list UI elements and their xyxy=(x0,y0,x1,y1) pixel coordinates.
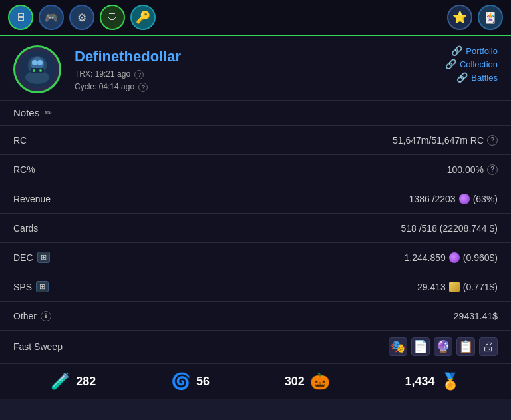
rcpct-row: RC% 100.00% ? xyxy=(0,155,511,184)
rc-value: 51,647m/51,647m RC ? xyxy=(393,135,498,146)
medal-icon: 🏅 xyxy=(440,372,460,391)
dec-label: DEC ⊞ xyxy=(13,252,50,263)
fast-sweep-label: Fast Sweep xyxy=(13,341,63,352)
sps-token-icon xyxy=(449,282,460,292)
portfolio-link-icon: 🔗 xyxy=(451,45,462,56)
svg-point-7 xyxy=(33,69,35,72)
cycle-info-icon[interactable]: ? xyxy=(138,83,148,92)
cards-label: Cards xyxy=(13,223,38,234)
sweep-icon-2[interactable]: 📄 xyxy=(411,337,430,356)
other-info-icon[interactable]: ℹ xyxy=(41,311,51,321)
profile-username: Definethedollar xyxy=(75,48,498,65)
revenue-row: Revenue 1386 /2203 (63%) xyxy=(0,184,511,214)
profile-links: 🔗 Portfolio 🔗 Collection 🔗 Battles xyxy=(445,45,498,83)
battles-link[interactable]: 🔗 Battles xyxy=(456,72,498,83)
revenue-label: Revenue xyxy=(13,194,51,204)
bottom-stats-row: 🧪 282 🌀 56 302 🎃 1,434 🏅 xyxy=(0,363,511,399)
swirl-value: 56 xyxy=(196,375,210,389)
rcpct-label: RC% xyxy=(13,164,35,175)
revenue-gem-icon xyxy=(459,194,470,204)
sps-label: SPS ⊞ xyxy=(13,281,49,292)
other-value: 29431.41$ xyxy=(454,311,498,321)
other-row: Other ℹ 29431.41$ xyxy=(0,302,511,331)
notes-label: Notes xyxy=(13,107,39,118)
rcpct-value: 100.00% ? xyxy=(447,164,498,175)
svg-point-5 xyxy=(37,60,43,65)
dec-row: DEC ⊞ 1,244.859 (0.960$) xyxy=(0,243,511,272)
sps-value: 29.413 (0.771$) xyxy=(417,282,498,292)
profile-section: Definethedollar TRX: 19:21 ago ? Cycle: … xyxy=(0,36,511,101)
top-nav: 🖥 🎮 ⚙ 🛡 🔑 ⭐ 🃏 xyxy=(0,0,511,36)
cycle-label: Cycle: xyxy=(75,82,96,91)
notes-row: Notes ✏ xyxy=(0,101,511,126)
monitor-icon-btn[interactable]: 🖥 xyxy=(8,5,33,30)
dec-value: 1,244.859 (0.960$) xyxy=(405,252,498,263)
main-content: Notes ✏ RC 51,647m/51,647m RC ? RC% 100.… xyxy=(0,101,511,363)
svg-point-4 xyxy=(32,60,37,65)
revenue-value: 1386 /2203 (63%) xyxy=(409,194,498,204)
cycle-value: 04:14 ago xyxy=(99,82,134,91)
pumpkin-stat: 302 🎃 xyxy=(285,372,330,391)
other-label: Other ℹ xyxy=(13,311,51,321)
nav-icons-left: 🖥 🎮 ⚙ 🛡 🔑 xyxy=(8,5,156,30)
avatar-image xyxy=(17,49,57,89)
notes-edit-icon[interactable]: ✏ xyxy=(45,108,52,118)
fast-sweep-row: Fast Sweep 🎭 📄 🔮 📋 🖨 xyxy=(0,331,511,363)
card-icon-btn[interactable]: 🃏 xyxy=(478,5,503,30)
pumpkin-count: 302 xyxy=(285,375,305,389)
sps-deck-icon[interactable]: ⊞ xyxy=(36,281,49,292)
rc-row: RC 51,647m/51,647m RC ? xyxy=(0,126,511,155)
settings-icon-btn[interactable]: ⚙ xyxy=(69,5,94,30)
collection-link[interactable]: 🔗 Collection xyxy=(445,59,498,69)
swirl-icon: 🌀 xyxy=(171,372,191,391)
swirl-stat: 🌀 56 xyxy=(171,372,210,391)
dec-gem-icon xyxy=(449,252,460,263)
shield-icon-btn[interactable]: 🛡 xyxy=(100,5,125,30)
avatar xyxy=(13,45,61,93)
battles-link-icon: 🔗 xyxy=(456,72,468,83)
cards-row: Cards 518 /518 (22208.744 $) xyxy=(0,214,511,243)
trx-label: TRX: xyxy=(75,69,92,79)
fast-sweep-icons: 🎭 📄 🔮 📋 🖨 xyxy=(389,337,498,356)
pumpkin-icon: 🎃 xyxy=(310,372,330,391)
rcpct-info-icon[interactable]: ? xyxy=(487,164,498,175)
dec-deck-icon[interactable]: ⊞ xyxy=(37,252,50,263)
cards-value: 518 /518 (22208.744 $) xyxy=(401,223,498,234)
potion-stat: 🧪 282 xyxy=(51,372,96,391)
profile-meta: TRX: 19:21 ago ? Cycle: 04:14 ago ? xyxy=(75,68,498,93)
sweep-icon-5[interactable]: 🖨 xyxy=(479,337,498,356)
medal-value: 1,434 xyxy=(405,375,435,389)
potion-icon: 🧪 xyxy=(51,372,71,391)
nav-icons-right: ⭐ 🃏 xyxy=(447,5,503,30)
star-icon-btn[interactable]: ⭐ xyxy=(447,5,472,30)
sweep-icon-4[interactable]: 📋 xyxy=(456,337,475,356)
sps-row: SPS ⊞ 29.413 (0.771$) xyxy=(0,272,511,302)
sweep-icon-1[interactable]: 🎭 xyxy=(389,337,407,356)
trx-info-icon[interactable]: ? xyxy=(134,70,144,79)
trx-value: 19:21 ago xyxy=(95,69,130,79)
key-icon-btn[interactable]: 🔑 xyxy=(130,5,156,30)
rc-label: RC xyxy=(13,135,27,146)
profile-info: Definethedollar TRX: 19:21 ago ? Cycle: … xyxy=(61,45,498,93)
collection-link-icon: 🔗 xyxy=(445,59,456,69)
gamepad-icon-btn[interactable]: 🎮 xyxy=(39,5,64,30)
portfolio-link[interactable]: 🔗 Portfolio xyxy=(451,45,498,56)
rc-info-icon[interactable]: ? xyxy=(487,135,498,146)
sweep-icon-3[interactable]: 🔮 xyxy=(434,337,452,356)
svg-point-8 xyxy=(39,69,42,72)
medal-stat: 1,434 🏅 xyxy=(405,372,460,391)
potion-value: 282 xyxy=(76,375,96,389)
